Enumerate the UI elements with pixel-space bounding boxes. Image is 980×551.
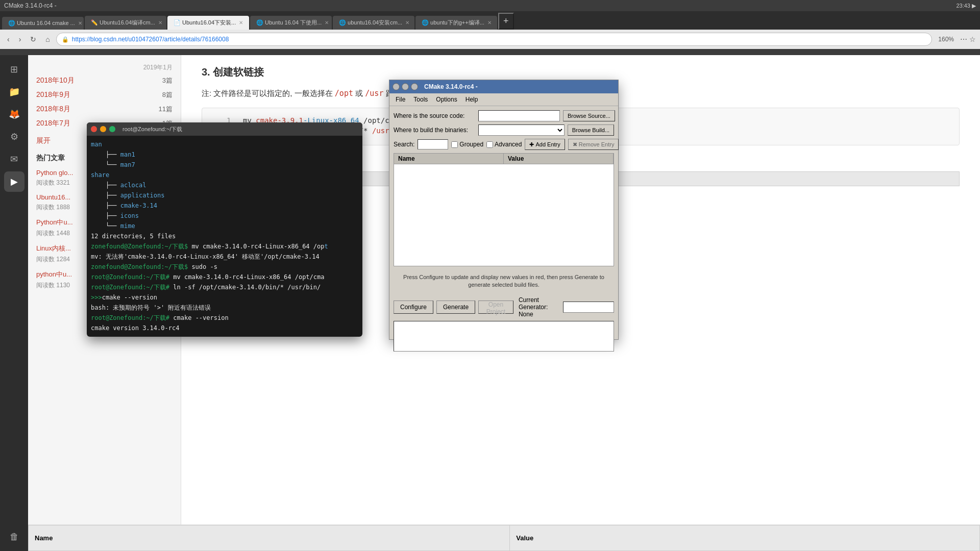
- cmake-menu-tools[interactable]: Tools: [409, 94, 432, 105]
- terminal-body[interactable]: man ├── man1 └── man7 share ├── aclocal …: [87, 136, 362, 337]
- cmake-advanced-label[interactable]: Advanced: [486, 141, 522, 148]
- archive-item-2: 2018年8月 11篇: [36, 105, 173, 114]
- bottom-table-area: Name Value: [28, 524, 980, 551]
- archive-link-3[interactable]: 2018年7月: [36, 119, 70, 128]
- sidebar-icon-mail[interactable]: ✉: [4, 149, 24, 169]
- cmake-maximize-button[interactable]: [411, 83, 418, 90]
- new-tab-button[interactable]: +: [498, 13, 514, 30]
- archive-link-0[interactable]: 2018年10月: [36, 76, 75, 85]
- bottom-value-col: Value: [510, 525, 980, 551]
- hot-article-reads-4: 阅读数 1130: [36, 282, 70, 289]
- tab-0[interactable]: 🌐 Ubuntu 16.04 cmake ... ✕: [2, 17, 84, 30]
- term-tree-aclocal: ├── aclocal: [91, 181, 358, 190]
- cmake-generate-button[interactable]: Generate: [436, 300, 475, 314]
- tab-1-close[interactable]: ✕: [158, 20, 162, 26]
- archive-header-year: 2019年1月: [36, 63, 173, 72]
- sidebar-icon-terminal[interactable]: ▶: [4, 171, 24, 192]
- cmake-add-entry-label: Add Entry: [535, 141, 560, 147]
- term-tree-share: share: [91, 170, 358, 180]
- sidebar-icon-settings[interactable]: ⚙: [4, 127, 24, 147]
- cmake-title: CMake 3.14.0-rc4 -: [424, 83, 478, 90]
- cmake-minimize-button[interactable]: [402, 83, 409, 90]
- tab-3-label: 🌐 Ubuntu 16.04 下使用...: [256, 19, 322, 27]
- cmake-build-select[interactable]: [478, 124, 565, 136]
- term-tree-man: man: [91, 140, 358, 149]
- cmake-value-col: Value: [504, 154, 614, 164]
- sidebar-icon-trash[interactable]: 🗑: [4, 527, 24, 547]
- cmake-search-input[interactable]: [418, 139, 448, 149]
- cmake-browse-source-button[interactable]: Browse Source...: [563, 110, 615, 121]
- lock-icon: 🔒: [62, 36, 69, 43]
- terminal-maximize-button[interactable]: [109, 126, 115, 132]
- cmake-build-row: Where to build the binaries: Browse Buil…: [394, 124, 614, 136]
- term-error-syntax: bash: 未预期的符号 '>' 附近有语法错误: [91, 303, 358, 312]
- tab-4[interactable]: 🌐 ubuntu16.04安装cm... ✕: [333, 16, 414, 30]
- archive-link-2[interactable]: 2018年8月: [36, 105, 70, 114]
- term-tree-mime: └── mime: [91, 221, 358, 231]
- tab-3[interactable]: 🌐 Ubuntu 16.04 下使用... ✕: [250, 16, 332, 30]
- cmake-browse-build-button[interactable]: Browse Build...: [568, 124, 614, 136]
- bottom-name-value-table: Name Value: [28, 525, 980, 551]
- cmake-remove-entry-button[interactable]: ✖ Remove Entry: [568, 139, 619, 150]
- cmake-table-body[interactable]: [394, 164, 614, 266]
- term-cmd-cmake-version: root@Zonefound:~/下载# cmake --version: [91, 313, 358, 322]
- terminal-minimize-button[interactable]: [100, 126, 106, 132]
- term-tree-man1: ├── man1: [91, 150, 358, 159]
- term-tree-man7: └── man7: [91, 160, 358, 169]
- cmake-advanced-text: Advanced: [495, 141, 522, 148]
- cmake-body: Where is the source code: Browse Source.…: [389, 106, 618, 356]
- menu-icon[interactable]: ⋯: [960, 35, 967, 43]
- tab-2-label: 📄 Ubuntu16.04下安装...: [174, 19, 236, 27]
- tab-0-close[interactable]: ✕: [78, 20, 82, 26]
- tab-4-label: 🌐 ubuntu16.04安装cm...: [339, 19, 402, 27]
- cmake-log-area[interactable]: [394, 321, 614, 352]
- cmake-window: CMake 3.14.0-rc4 - File Tools Options He…: [389, 80, 619, 340]
- terminal-close-button[interactable]: [91, 126, 97, 132]
- term-cmd-ln: root@Zonefound:~/下载# ln -sf /opt/cmake-3…: [91, 283, 358, 292]
- sidebar-icon-files[interactable]: 📁: [4, 82, 24, 102]
- cmake-menu-file[interactable]: File: [391, 94, 409, 105]
- cmake-bottom-row: Configure Generate Open Project Current …: [394, 296, 614, 318]
- cmake-source-input[interactable]: [478, 110, 560, 121]
- terminal-title: root@Zonefound:~/下载: [122, 126, 182, 133]
- cmake-search-label: Search:: [394, 141, 414, 148]
- tab-3-close[interactable]: ✕: [325, 20, 329, 26]
- term-tree-cmake314: ├── cmake-3.14: [91, 201, 358, 210]
- address-bar[interactable]: 🔒 https://blog.csdn.net/u010472607/artic…: [56, 33, 932, 46]
- cmake-add-entry-button[interactable]: ✚ Add Entry: [525, 139, 565, 150]
- hot-article-reads-3: 阅读数 1284: [36, 256, 70, 263]
- star-icon[interactable]: ☆: [969, 35, 976, 43]
- cmake-table-header: Name Value: [394, 153, 614, 164]
- tab-5[interactable]: 🌐 ubuntu下的g++编译... ✕: [415, 16, 497, 30]
- remove-icon: ✖: [573, 141, 577, 148]
- cmake-grouped-checkbox[interactable]: [451, 141, 458, 148]
- back-button[interactable]: ‹: [4, 34, 13, 44]
- tab-1[interactable]: ✏️ Ubuntu16.04编译cm... ✕: [85, 16, 166, 30]
- tab-4-close[interactable]: ✕: [405, 20, 409, 26]
- sidebar-icon-apps[interactable]: ⊞: [4, 59, 24, 80]
- cmake-generator-input[interactable]: [563, 302, 614, 313]
- tab-5-close[interactable]: ✕: [487, 20, 492, 26]
- expand-button[interactable]: 展开: [36, 136, 51, 145]
- cmake-menu-help[interactable]: Help: [461, 94, 482, 105]
- home-button[interactable]: ⌂: [42, 34, 53, 44]
- archive-count-2: 11篇: [159, 105, 173, 114]
- value-col-header: Value: [585, 172, 960, 186]
- cmake-menu-options[interactable]: Options: [432, 94, 461, 105]
- cmake-grouped-text: Grouped: [459, 141, 483, 148]
- term-output-version: cmake version 3.14.0-rc4: [91, 323, 358, 333]
- cmake-open-project-button[interactable]: Open Project: [478, 300, 513, 314]
- sidebar-icon-firefox[interactable]: 🦊: [4, 104, 24, 124]
- cmake-configure-button[interactable]: Configure: [394, 300, 433, 314]
- tab-2[interactable]: 📄 Ubuntu16.04下安装... ✕: [167, 16, 249, 30]
- cmake-advanced-checkbox[interactable]: [486, 141, 493, 148]
- forward-button[interactable]: ›: [16, 34, 24, 44]
- cmake-close-button[interactable]: [393, 83, 400, 90]
- title-bar: CMake 3.14.0-rc4 - 23:43 ▶: [0, 0, 980, 11]
- tab-2-close[interactable]: ✕: [239, 20, 243, 26]
- window-title: CMake 3.14.0-rc4 -: [4, 2, 57, 9]
- reload-button[interactable]: ↻: [27, 34, 39, 44]
- browser-chrome: CMake 3.14.0-rc4 - 23:43 ▶ 🌐 Ubuntu 16.0…: [0, 0, 980, 49]
- archive-link-1[interactable]: 2018年9月: [36, 90, 70, 99]
- cmake-grouped-label[interactable]: Grouped: [451, 141, 483, 148]
